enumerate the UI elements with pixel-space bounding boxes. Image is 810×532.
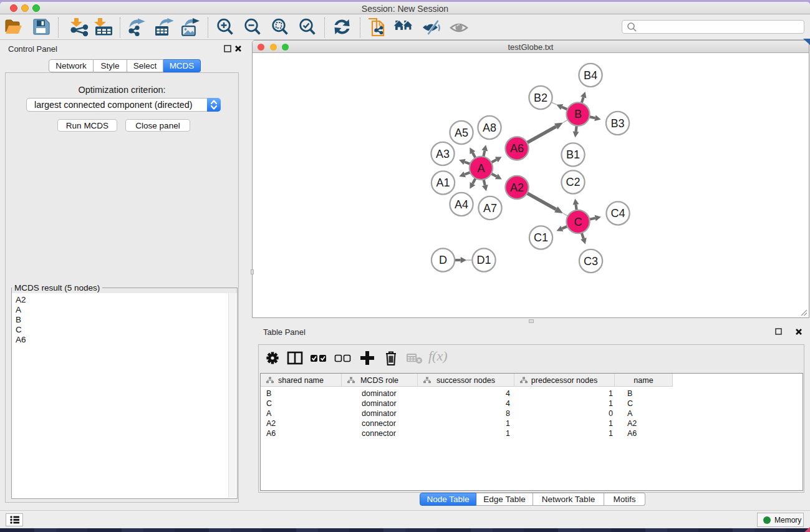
svg-text:B1: B1 — [566, 148, 580, 161]
svg-text:C1: C1 — [534, 231, 548, 244]
svg-text:A3: A3 — [436, 148, 450, 160]
svg-text:A: A — [477, 162, 485, 175]
svg-text:A7: A7 — [483, 202, 497, 215]
svg-text:A6: A6 — [510, 142, 524, 155]
svg-text:A2: A2 — [510, 181, 524, 194]
svg-text:B4: B4 — [584, 69, 597, 82]
svg-text:A4: A4 — [455, 198, 468, 211]
svg-text:B: B — [574, 108, 582, 120]
svg-text:A8: A8 — [483, 122, 496, 134]
svg-text:C2: C2 — [566, 176, 580, 188]
svg-text:C3: C3 — [584, 255, 598, 268]
svg-text:A5: A5 — [455, 127, 468, 139]
svg-text:B3: B3 — [610, 117, 624, 130]
svg-text:C4: C4 — [610, 207, 625, 220]
svg-text:B2: B2 — [534, 92, 547, 104]
svg-text:D: D — [439, 254, 447, 266]
svg-text:A1: A1 — [436, 177, 450, 189]
svg-text:D1: D1 — [476, 254, 491, 266]
svg-text:C: C — [574, 216, 582, 228]
